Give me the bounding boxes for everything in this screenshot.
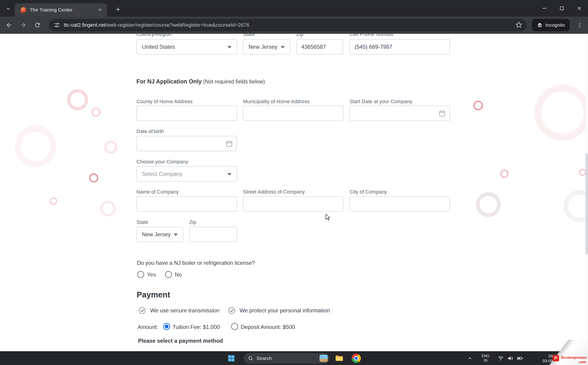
county-input[interactable] <box>137 105 237 121</box>
tray-expand-button[interactable] <box>465 353 475 364</box>
taskbar-search[interactable]: Search <box>244 353 329 363</box>
wifi-button[interactable] <box>495 353 506 364</box>
address-bar[interactable]: ttc-uat2.fingent.net/web-register/regist… <box>49 19 527 31</box>
license-no-radio[interactable] <box>165 271 172 278</box>
company-state-value: New Jersey <box>142 231 171 238</box>
reload-icon <box>34 22 41 28</box>
phone-input[interactable] <box>349 39 450 55</box>
search-placeholder: Search <box>257 356 320 361</box>
bookmark-star-button[interactable] <box>515 21 523 29</box>
payment-method-prompt: Please select a payment method <box>138 338 223 344</box>
dob-field[interactable] <box>137 136 237 151</box>
decorative-ring <box>67 89 88 110</box>
tab-close-icon[interactable]: × <box>96 6 104 14</box>
tab-favicon <box>21 7 26 13</box>
window-minimize-button[interactable] <box>536 0 553 17</box>
file-explorer-button[interactable] <box>334 353 345 364</box>
company-name-input[interactable] <box>137 196 237 212</box>
tuition-fee-label[interactable]: Tuition Fee: $1,000 <box>172 324 220 330</box>
dob-label: Date of birth <box>137 128 164 134</box>
url-text: ttc-uat2.fingent.net/web-register/regist… <box>64 22 515 28</box>
deposit-amount-radio[interactable] <box>231 323 238 330</box>
country-select[interactable]: United States <box>137 39 237 55</box>
chevron-down-icon <box>227 46 232 49</box>
nj-section-title: For NJ Application Only (Not required fi… <box>137 78 265 85</box>
forward-icon <box>20 22 27 28</box>
language-line1: ENG <box>479 354 492 358</box>
company-select[interactable]: Select Company <box>137 166 237 182</box>
vertical-scrollbar[interactable] <box>586 34 588 351</box>
company-state-select[interactable]: New Jersey <box>137 227 183 242</box>
language-indicator[interactable]: ENG IN <box>479 354 492 363</box>
chevron-down-icon <box>227 173 232 175</box>
tab-title: The Training Center <box>30 7 96 13</box>
license-yes-radio[interactable] <box>137 271 144 278</box>
search-icon <box>248 356 253 361</box>
mouse-cursor <box>324 214 332 221</box>
company-city-label: City of Company <box>349 189 387 195</box>
nj-subtitle-text: (Not required fields below) <box>203 79 265 84</box>
windows-logo-icon <box>227 354 235 363</box>
taskbar: Search ENG IN 09:49 03-09-20 <box>0 351 588 365</box>
company-street-input[interactable] <box>243 196 343 212</box>
company-name-label: Name of Company <box>137 189 178 195</box>
new-tab-button[interactable]: + <box>113 4 123 14</box>
start-date-input[interactable] <box>349 105 450 121</box>
amount-label: Amount: <box>137 324 158 330</box>
volume-button[interactable] <box>505 353 516 364</box>
battery-button[interactable] <box>514 353 526 364</box>
company-state-label: State <box>137 219 148 225</box>
incognito-icon <box>537 22 543 28</box>
site-info-icon[interactable] <box>53 21 61 29</box>
secure-transmission-text: We use secure transmission <box>150 307 219 314</box>
folder-icon <box>335 354 344 363</box>
start-button[interactable] <box>226 353 237 364</box>
decorative-ring <box>104 141 117 154</box>
chrome-icon <box>352 354 361 363</box>
municipality-label: Municipality of Home Address <box>243 98 310 105</box>
license-yes-label[interactable]: Yes <box>147 271 156 278</box>
start-date-field[interactable] <box>349 105 450 121</box>
browser-menu-button[interactable] <box>574 19 586 31</box>
chevron-down-icon <box>5 6 11 12</box>
window-controls <box>536 0 588 17</box>
company-city-input[interactable] <box>349 196 450 212</box>
company-zip-input[interactable] <box>189 227 237 242</box>
municipality-input[interactable] <box>243 105 343 121</box>
dob-input[interactable] <box>137 136 237 151</box>
deposit-amount-label[interactable]: Deposit Amount: $500 <box>241 324 295 330</box>
tab-strip: The Training Center × + <box>0 0 588 17</box>
page-content: Country/Region State Zip Cell Phone Numb… <box>0 34 588 351</box>
decorative-ring <box>89 173 98 182</box>
start-date-label: Start Date at your Company <box>349 98 412 105</box>
decorative-ring <box>100 201 116 217</box>
maximize-icon <box>559 6 565 11</box>
search-highlight-image[interactable] <box>320 355 328 362</box>
company-street-label: Street Address of Company <box>243 189 305 195</box>
wifi-icon <box>498 355 504 362</box>
tab-search-button[interactable] <box>3 4 13 14</box>
screenpresso-badge: P <box>553 355 559 361</box>
zip-input[interactable] <box>296 39 343 55</box>
zip-label: Zip <box>296 34 303 37</box>
calendar-icon[interactable] <box>438 110 446 117</box>
screen: The Training Center × + <box>0 0 588 365</box>
state-select[interactable]: New Jersey <box>243 39 290 55</box>
browser-tab[interactable]: The Training Center × <box>15 3 107 17</box>
chrome-taskbar-button[interactable] <box>351 353 362 364</box>
back-button[interactable] <box>3 19 15 31</box>
battery-icon <box>517 355 523 362</box>
calendar-icon[interactable] <box>226 140 233 147</box>
scrollbar-thumb[interactable] <box>586 153 588 254</box>
window-maximize-button[interactable] <box>553 0 571 17</box>
country-label: Country/Region <box>137 34 171 37</box>
screenpresso-text: Screenpresso <box>561 355 587 360</box>
decorative-ring <box>476 192 501 217</box>
tuition-fee-radio[interactable] <box>163 323 170 330</box>
url-path: /web-register/register/course?webRegiste… <box>106 22 249 28</box>
reload-button[interactable] <box>31 19 43 31</box>
window-close-button[interactable] <box>571 0 588 17</box>
license-no-label[interactable]: No <box>175 271 182 278</box>
forward-button[interactable] <box>17 19 29 31</box>
license-question: Do you have a NJ boiler or refrigeration… <box>137 260 255 266</box>
